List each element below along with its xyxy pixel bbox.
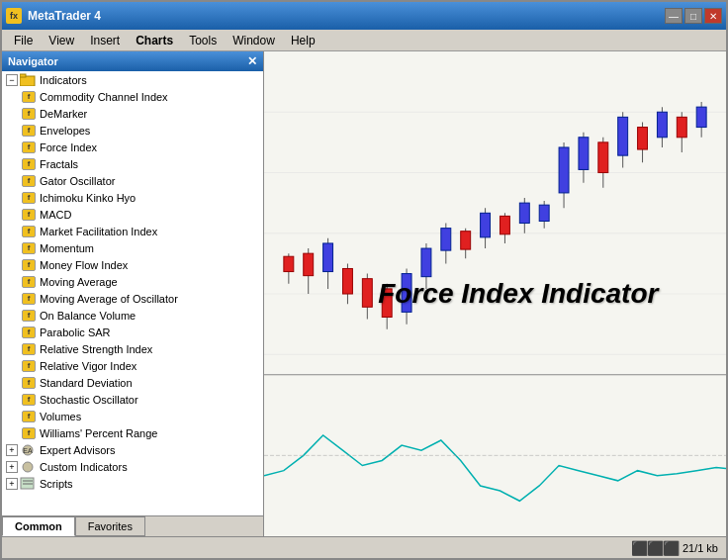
svg-rect-38	[500, 216, 509, 233]
close-button[interactable]: ✕	[704, 8, 722, 24]
indicator-icon: f	[22, 108, 36, 120]
list-item[interactable]: f Williams' Percent Range	[2, 424, 263, 441]
svg-rect-44	[559, 147, 569, 193]
indicator-icon: f	[22, 394, 36, 406]
expand-icon[interactable]: +	[6, 461, 18, 473]
navigator-body[interactable]: − Indicators f Commodity Channel Index	[2, 71, 263, 515]
list-item[interactable]: f Commodity Channel Index	[2, 88, 263, 105]
indicator-icon: f	[22, 293, 36, 305]
minimize-button[interactable]: —	[665, 8, 682, 24]
expand-icon[interactable]: +	[6, 444, 18, 456]
list-item[interactable]: f Gator Oscillator	[2, 172, 263, 189]
chart-label: Force Index Indicator	[378, 278, 658, 310]
menu-insert[interactable]: Insert	[82, 32, 128, 49]
expert-advisors-icon: EA	[20, 443, 36, 457]
menu-help[interactable]: Help	[283, 32, 323, 49]
expert-advisors-folder[interactable]: + EA Expert Advisors	[2, 441, 263, 458]
svg-rect-32	[441, 229, 451, 250]
list-item[interactable]: f Money Flow Index	[2, 256, 263, 273]
indicator-icon: f	[22, 125, 36, 137]
item-label: Force Index	[40, 141, 97, 153]
chart-status: ⬛⬛⬛ 21/1 kb	[631, 540, 718, 556]
item-label: Stochastic Oscillator	[40, 394, 138, 406]
item-label: Standard Deviation	[40, 377, 133, 389]
list-item[interactable]: f On Balance Volume	[2, 307, 263, 324]
expand-icon[interactable]: +	[6, 478, 18, 490]
tab-common[interactable]: Common	[2, 516, 75, 536]
tab-favorites[interactable]: Favorites	[75, 516, 145, 536]
menu-view[interactable]: View	[41, 32, 82, 49]
custom-indicators-folder[interactable]: + Custom Indicators	[2, 458, 263, 475]
list-item[interactable]: f Relative Strength Index	[2, 340, 263, 357]
menu-file[interactable]: File	[6, 32, 41, 49]
item-label: Volumes	[40, 411, 81, 422]
chart-icon: ⬛⬛⬛	[631, 540, 679, 556]
navigator-close-button[interactable]: ✕	[247, 54, 257, 68]
window-controls: — □ ✕	[665, 8, 722, 24]
menu-tools[interactable]: Tools	[181, 32, 225, 49]
svg-rect-36	[481, 213, 491, 237]
indicator-icon: f	[22, 427, 36, 439]
item-label: Commodity Channel Index	[40, 91, 168, 103]
scripts-icon	[20, 477, 36, 491]
scripts-label: Scripts	[40, 478, 73, 490]
list-item[interactable]: f Standard Deviation	[2, 374, 263, 391]
list-item[interactable]: f Fractals	[2, 155, 263, 172]
indicator-icon: f	[22, 310, 36, 322]
indicator-icon: f	[22, 192, 36, 204]
item-label: Gator Oscillator	[40, 175, 115, 187]
item-label: Momentum	[40, 242, 94, 254]
item-label: Moving Average of Oscillator	[40, 293, 178, 305]
navigator-title: Navigator	[8, 55, 58, 67]
indicator-icon: f	[22, 91, 36, 103]
chart-area[interactable]: Force Index Indicator	[264, 51, 726, 536]
list-item[interactable]: f Ichimoku Kinko Hyo	[2, 189, 263, 206]
svg-rect-24	[362, 279, 372, 308]
menu-window[interactable]: Window	[225, 32, 283, 49]
item-label: MACD	[40, 209, 71, 221]
list-item[interactable]: f Parabolic SAR	[2, 324, 263, 340]
list-item[interactable]: f MACD	[2, 206, 263, 223]
main-window: fx MetaTrader 4 — □ ✕ File View Insert C…	[0, 0, 728, 560]
list-item[interactable]: f Stochastic Oscillator	[2, 391, 263, 408]
item-label: DeMarker	[40, 108, 87, 120]
svg-rect-52	[638, 128, 648, 149]
list-item[interactable]: f Volumes	[2, 408, 263, 424]
item-label: Relative Vigor Index	[40, 360, 136, 372]
menu-bar: File View Insert Charts Tools Window Hel…	[2, 30, 726, 51]
svg-point-4	[23, 462, 33, 472]
menu-charts[interactable]: Charts	[128, 32, 181, 49]
list-item[interactable]: f Market Facilitation Index	[2, 223, 263, 239]
svg-rect-50	[618, 117, 628, 155]
svg-rect-22	[342, 268, 352, 294]
indicators-folder[interactable]: − Indicators	[2, 71, 263, 88]
expand-icon[interactable]: −	[6, 74, 18, 86]
maximize-button[interactable]: □	[684, 8, 702, 24]
indicator-icon: f	[22, 327, 36, 338]
indicator-icon: f	[22, 259, 36, 271]
scripts-folder[interactable]: + Scripts	[2, 475, 263, 492]
item-label: Parabolic SAR	[40, 327, 111, 338]
indicator-icon: f	[22, 343, 36, 355]
folder-icon	[20, 73, 36, 87]
indicator-icon: f	[22, 360, 36, 372]
list-item[interactable]: f Envelopes	[2, 122, 263, 139]
list-item[interactable]: f Relative Vigor Index	[2, 357, 263, 374]
indicator-icon: f	[22, 242, 36, 254]
indicator-icon: f	[22, 175, 36, 187]
app-icon: fx	[6, 8, 22, 24]
svg-rect-48	[598, 142, 608, 173]
list-item[interactable]: f Force Index	[2, 139, 263, 155]
list-item[interactable]: f Momentum	[2, 239, 263, 256]
navigator-panel: Navigator ✕ − Indicators	[2, 51, 264, 536]
list-item[interactable]: f Moving Average of Oscillator	[2, 290, 263, 307]
indicator-icon: f	[22, 141, 36, 153]
indicator-icon: f	[22, 276, 36, 288]
svg-rect-54	[657, 112, 667, 138]
custom-indicators-icon	[20, 460, 36, 474]
svg-rect-18	[304, 253, 314, 275]
svg-rect-56	[677, 117, 686, 137]
list-item[interactable]: f DeMarker	[2, 105, 263, 122]
list-item[interactable]: f Moving Average	[2, 273, 263, 290]
navigator-tabs: Common Favorites	[2, 515, 263, 536]
